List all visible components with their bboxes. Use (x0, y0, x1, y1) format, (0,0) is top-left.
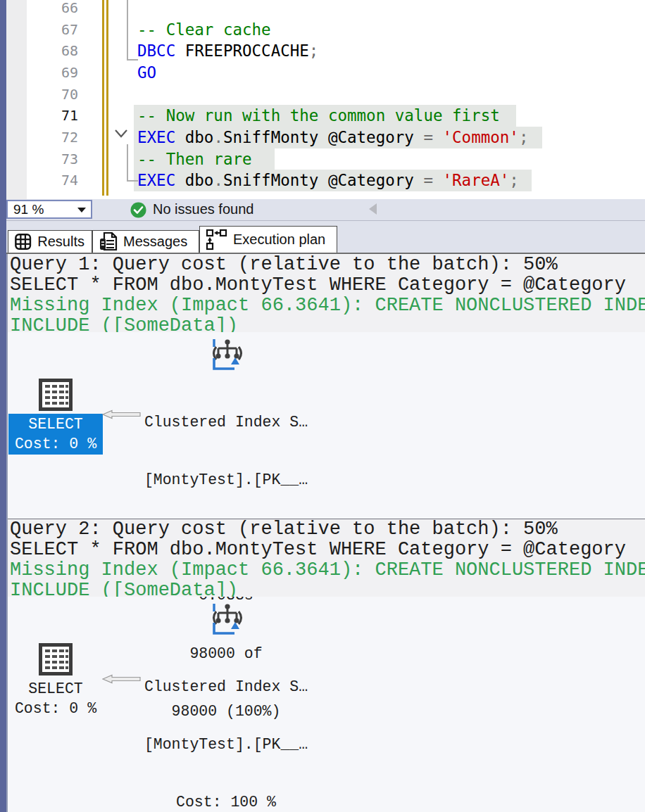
tab-results-label: Results (37, 234, 84, 250)
line-number: 68 (27, 40, 78, 62)
token-op: ; (309, 42, 319, 60)
tab-messages-label: Messages (123, 234, 187, 250)
change-tracking-bar (102, 0, 108, 196)
token-plain: dbo (175, 128, 213, 146)
scroll-left-arrow-icon[interactable] (369, 203, 377, 215)
results-tab-strip: Results Messages Execution plan (6, 221, 645, 254)
token-plain: SniffMonty @Category (223, 171, 423, 189)
tab-results[interactable]: Results (8, 230, 92, 253)
line-number: 74 (27, 170, 78, 191)
code-text[interactable]: DBCC FREEPROCCACHE; (134, 40, 318, 62)
token-plain: dbo (175, 171, 213, 189)
code-text[interactable]: EXEC dbo.SniffMonty @Category = 'RareA'; (134, 170, 532, 191)
scope-guide-foot (127, 59, 138, 61)
code-text[interactable]: GO (134, 62, 156, 84)
result-grid-icon[interactable] (39, 379, 73, 411)
result-grid-icon[interactable] (39, 643, 73, 675)
query1-statement-line: SELECT * FROM dbo.MontyTest WHERE Catego… (8, 275, 645, 296)
code-text[interactable]: -- Clear cache (134, 19, 271, 41)
clustered-index-scan-icon[interactable] (209, 602, 246, 637)
scan-node-object: [MontyTest].[PK__… (110, 735, 342, 754)
token-plain: SniffMonty @Category (223, 128, 423, 146)
select-node-cost: Cost: 0 % (8, 699, 103, 719)
query2-missing-index-line[interactable]: Missing Index (Impact 66.3641): CREATE N… (8, 560, 645, 581)
code-text[interactable] (134, 84, 137, 106)
code-text[interactable]: -- Then rare (134, 148, 275, 170)
token-op: . (213, 128, 223, 146)
token-comment: -- Then rare (137, 150, 252, 168)
scan-node-cost: Cost: 100 % (110, 793, 342, 812)
token-kw: DBCC (137, 42, 175, 60)
scan-node-object: [MontyTest].[PK__… (110, 471, 342, 490)
line-number: 72 (27, 127, 78, 148)
token-op: ; (509, 171, 519, 189)
line-number: 71 (27, 105, 78, 127)
query2-missing-index-include[interactable]: INCLUDE ([SomeData]) (8, 581, 645, 597)
scope-guide-foot (127, 180, 138, 182)
query1-cost-line: Query 1: Query cost (relative to the bat… (8, 255, 645, 275)
token-kw: EXEC (137, 171, 175, 189)
plan-toolbar: 91 % No issues found (6, 199, 645, 221)
query2-cost-line: Query 2: Query cost (relative to the bat… (8, 519, 645, 540)
query2-statement-line: SELECT * FROM dbo.MontyTest WHERE Catego… (8, 540, 645, 560)
execution-plan-icon (206, 229, 227, 250)
token-str: 'RareA' (443, 171, 510, 189)
scope-guide-line (127, 0, 128, 61)
code-text[interactable]: -- Now run with the common value first (134, 105, 516, 127)
scan-node[interactable]: Clustered Index S… [MontyTest].[PK__… Co… (110, 639, 342, 812)
token-str: 'Common' (443, 128, 519, 146)
scan-node-name: Clustered Index S… (110, 678, 342, 697)
scan-node-name: Clustered Index S… (110, 413, 342, 432)
line-number: 73 (27, 148, 78, 170)
messages-icon (99, 231, 118, 252)
code-text[interactable]: EXEC dbo.SniffMonty @Category = 'Common'… (134, 127, 542, 148)
sql-code-editor[interactable]: 6667-- Clear cache68DBCC FREEPROCCACHE;6… (6, 0, 645, 199)
query2-plan-canvas[interactable]: SELECT Cost: 0 % Clustered Index S… [Mon… (8, 597, 645, 812)
check-circle-icon (130, 202, 146, 218)
token-op: ; (519, 128, 529, 146)
token-comment: -- Clear cache (137, 20, 271, 39)
line-number: 67 (27, 19, 78, 41)
query2-statement-header: Query 2: Query cost (relative to the bat… (8, 519, 645, 597)
chevron-down-icon[interactable] (77, 208, 86, 212)
token-op: = (423, 128, 442, 146)
tab-messages[interactable]: Messages (92, 230, 199, 253)
line-number: 69 (27, 62, 78, 84)
line-number: 66 (27, 0, 78, 19)
tab-execution-plan[interactable]: Execution plan (199, 226, 337, 253)
token-plain: FREEPROCCACHE (175, 42, 309, 60)
code-text[interactable] (134, 0, 137, 19)
tab-execution-plan-label: Execution plan (233, 231, 325, 248)
select-node-name: SELECT (8, 415, 103, 435)
clustered-index-scan-icon[interactable] (209, 338, 246, 373)
results-grid-icon (14, 232, 32, 251)
token-comment: -- Now run with the common value first (137, 106, 500, 125)
scope-guide-line (127, 144, 128, 182)
line-number: 70 (27, 84, 78, 106)
zoom-level-dropdown[interactable]: 91 % (6, 200, 92, 219)
token-op: = (423, 171, 442, 189)
query1-statement-header: Query 1: Query cost (relative to the bat… (8, 255, 645, 332)
zoom-level-value: 91 % (13, 202, 44, 217)
status-message: No issues found (153, 201, 253, 217)
token-kw: GO (137, 63, 156, 82)
query1-missing-index-line[interactable]: Missing Index (Impact 66.3641): CREATE N… (8, 296, 645, 316)
select-node-cost: Cost: 0 % (8, 435, 103, 455)
select-node[interactable]: SELECT Cost: 0 % (8, 414, 103, 455)
token-op: . (213, 171, 223, 189)
fold-chevron-icon[interactable] (113, 128, 129, 139)
select-node-name: SELECT (8, 680, 103, 699)
execution-plan-pane: Query 1: Query cost (relative to the bat… (6, 254, 645, 812)
query1-missing-index-include[interactable]: INCLUDE ([SomeData]) (8, 316, 645, 332)
token-kw: EXEC (137, 128, 175, 146)
window-edge-strip (0, 0, 6, 812)
query1-plan-canvas[interactable]: SELECT Cost: 0 % Clustered Index S… [Mon… (8, 332, 645, 519)
select-node[interactable]: SELECT Cost: 0 % (8, 678, 103, 719)
